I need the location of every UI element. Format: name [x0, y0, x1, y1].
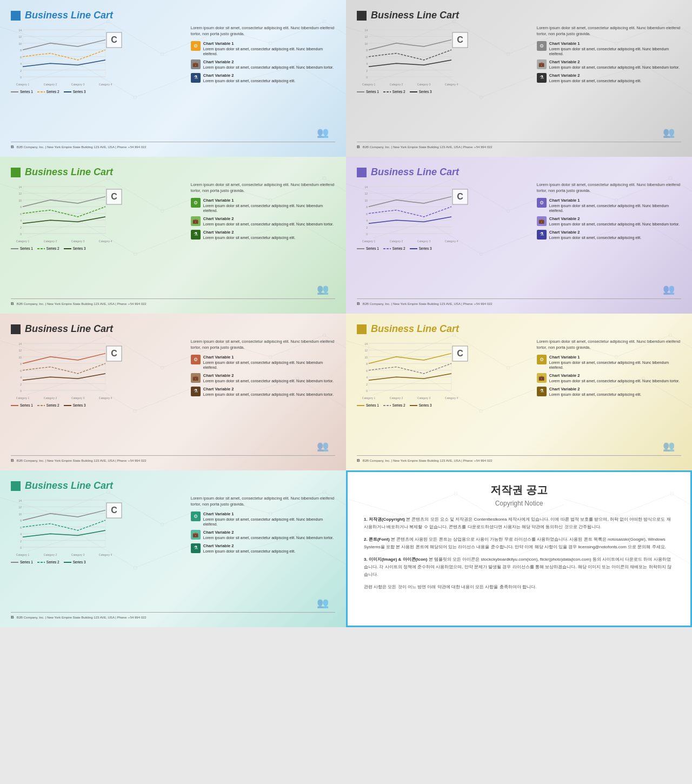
legend-item: Series 3: [410, 403, 432, 407]
legend-label: Series 1: [366, 403, 379, 407]
variable-icon-1: 💼: [191, 373, 201, 383]
slide-header: Business Line Cart: [357, 167, 681, 178]
var-title-2: Chart Variable 2: [203, 230, 295, 235]
text-area: Lorem ipsum dolor sit amet, consectetur …: [537, 339, 681, 452]
variable-item-2: ⚗Chart Variable 2Lorem ipsum dolor sit a…: [191, 387, 335, 397]
legend-label: Series 1: [366, 90, 379, 94]
legend-item: Series 2: [37, 403, 59, 407]
slide-slide-1: Business Line Cart02468101214Category 1C…: [0, 0, 346, 157]
variable-icon-0: ⚙: [537, 198, 547, 208]
svg-text:12: 12: [364, 349, 368, 352]
legend-label: Series 3: [419, 403, 432, 407]
footer-text: B2B Company, Inc. | New York Empire Stat…: [363, 145, 493, 149]
variable-text-0: Chart Variable 1Lorem ipsum dolor sit am…: [203, 198, 335, 213]
variable-text-2: Chart Variable 2Lorem ipsum dolor sit am…: [549, 387, 641, 397]
var-desc-0: Lorem ipsum dolor sit amet, consectetur …: [203, 517, 335, 527]
svg-text:C: C: [457, 35, 463, 44]
svg-text:8: 8: [366, 362, 368, 366]
variable-text-1: Chart Variable 2Lorem ipsum dolor sit am…: [203, 59, 334, 70]
variable-icon-1: 💼: [191, 59, 201, 69]
legend-item: Series 1: [357, 403, 379, 407]
chart-legend: Series 1Series 2Series 3: [357, 403, 530, 407]
slide-title: Business Line Cart: [371, 167, 459, 178]
variable-item-1: 💼Chart Variable 2Lorem ipsum dolor sit a…: [537, 373, 681, 383]
copyright-slide: 저작권 공고Copyright Notice1. 저작권(Copyright) …: [346, 470, 692, 627]
slide-title: Business Line Cart: [25, 10, 113, 21]
svg-rect-49: [23, 187, 105, 234]
variable-icon-1: 💼: [191, 530, 201, 540]
svg-text:Category 4: Category 4: [99, 240, 112, 243]
svg-text:Category 2: Category 2: [390, 83, 403, 86]
svg-text:8: 8: [366, 49, 368, 52]
people-decoration: 👥: [663, 127, 675, 138]
legend-label: Series 2: [46, 247, 59, 250]
var-desc-1: Lorem ipsum dolor sit amet, consectetur …: [203, 378, 334, 383]
slide-footer: BB2B Company, Inc. | New York Empire Sta…: [11, 612, 335, 620]
var-title-2: Chart Variable 2: [549, 387, 641, 392]
svg-rect-121: [369, 343, 451, 390]
svg-rect-72: [357, 168, 367, 177]
variable-item-0: ⚙Chart Variable 1Lorem ipsum dolor sit a…: [191, 41, 335, 56]
svg-text:10: 10: [364, 356, 368, 359]
footer-text: B2B Company, Inc. | New York Empire Stat…: [363, 459, 493, 462]
footer-text: B2B Company, Inc. | New York Empire Stat…: [17, 459, 147, 462]
var-desc-2: Lorem ipsum dolor sit amet, consectetur …: [549, 78, 641, 83]
svg-text:Category 4: Category 4: [445, 396, 458, 400]
svg-text:4: 4: [20, 62, 22, 65]
svg-rect-0: [11, 11, 21, 21]
svg-text:14: 14: [18, 185, 22, 189]
legend-label: Series 2: [392, 403, 405, 407]
svg-text:2: 2: [20, 540, 22, 543]
svg-text:8: 8: [20, 205, 22, 209]
svg-text:Category 4: Category 4: [99, 396, 112, 400]
people-decoration: 👥: [663, 440, 675, 452]
svg-rect-1: [23, 30, 105, 77]
legend-item: Series 2: [383, 247, 405, 250]
var-desc-0: Lorem ipsum dolor sit amet, consectetur …: [549, 46, 681, 56]
legend-label: Series 1: [20, 560, 33, 564]
svg-text:Category 2: Category 2: [44, 240, 57, 243]
svg-text:8: 8: [366, 205, 368, 209]
var-title-1: Chart Variable 2: [549, 216, 680, 222]
legend-item: Series 1: [11, 560, 33, 564]
legend-label: Series 1: [20, 247, 33, 250]
var-desc-0: Lorem ipsum dolor sit amet, consectetur …: [549, 203, 681, 213]
svg-text:6: 6: [20, 526, 22, 529]
copyright-body: 1. 저작권(Copyright) 본 콘텐츠의 모든 요소 및 저작권은 Co…: [364, 516, 674, 591]
footer-text: B2B Company, Inc. | New York Empire Stat…: [17, 145, 147, 149]
slide-slide-6: Business Line Cart02468101214Category 1C…: [346, 314, 692, 470]
variable-icon-1: 💼: [191, 216, 201, 226]
slide-footer: BB2B Company, Inc. | New York Empire Sta…: [357, 298, 681, 306]
svg-text:Category 3: Category 3: [417, 396, 431, 400]
variable-icon-2: ⚗: [191, 387, 201, 396]
footer-logo: B: [11, 458, 14, 463]
svg-rect-97: [23, 343, 105, 390]
footer-logo: B: [11, 301, 14, 306]
variable-text-2: Chart Variable 2Lorem ipsum dolor sit am…: [203, 230, 295, 240]
var-desc-2: Lorem ipsum dolor sit amet, consectetur …: [549, 392, 641, 397]
svg-text:Category 1: Category 1: [362, 396, 376, 400]
people-decoration: 👥: [317, 127, 329, 138]
legend-label: Series 3: [419, 247, 432, 250]
var-desc-1: Lorem ipsum dolor sit amet, consectetur …: [549, 378, 680, 383]
text-area: Lorem ipsum dolor sit amet, consectetur …: [191, 496, 335, 609]
variable-icon-1: 💼: [537, 373, 547, 383]
svg-text:0: 0: [366, 232, 368, 236]
text-area: Lorem ipsum dolor sit amet, consectetur …: [191, 182, 335, 295]
copyright-section-2: 3. 이미지(Image) & 아이콘(Icon) 본 템플릿의 모든 아이콘은…: [364, 556, 674, 578]
slide-header: Business Line Cart: [11, 10, 335, 21]
legend-item: Series 2: [383, 90, 405, 94]
svg-text:Category 3: Category 3: [417, 83, 431, 86]
variable-item-0: ⚙Chart Variable 1Lorem ipsum dolor sit a…: [537, 198, 681, 213]
svg-text:8: 8: [20, 519, 22, 522]
svg-text:2: 2: [366, 226, 368, 229]
svg-text:Category 3: Category 3: [71, 396, 85, 400]
variable-text-2: Chart Variable 2Lorem ipsum dolor sit am…: [549, 230, 641, 240]
variable-item-0: ⚙Chart Variable 1Lorem ipsum dolor sit a…: [191, 511, 335, 527]
copyright-section-3: 관련 사항은 모든 것이 어느 방면 아래 약관에 대한 내용이 모든 사항을 …: [364, 583, 674, 591]
var-desc-1: Lorem ipsum dolor sit amet, consectetur …: [203, 222, 334, 227]
people-decoration: 👥: [317, 597, 329, 609]
svg-text:4: 4: [20, 533, 22, 536]
legend-label: Series 2: [46, 560, 59, 564]
legend-label: Series 3: [73, 90, 86, 94]
